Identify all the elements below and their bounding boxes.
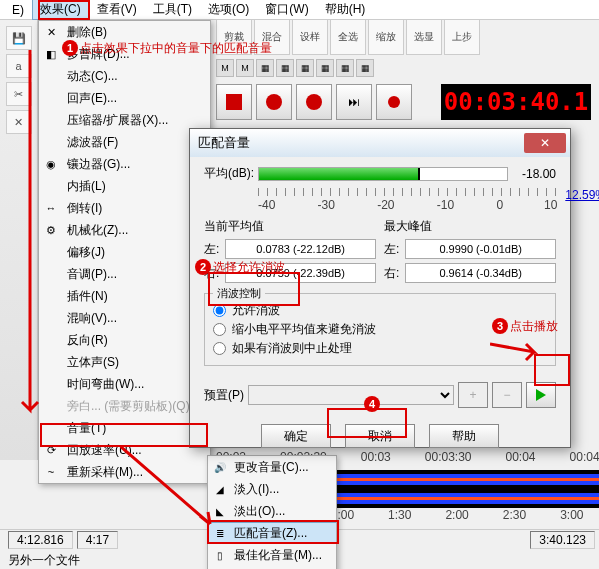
radio-allow-clip[interactable]: 允许消波 [213,302,547,319]
dropdown-item[interactable]: 滤波器(F)▸ [39,131,210,153]
bigbtn-3[interactable]: 全选 [330,19,366,55]
dropdown-item[interactable]: 混响(V)... [39,307,210,329]
annotation-1: 1点击效果下拉中的音量下的匹配音量 [62,40,272,57]
status-duration: 4:17 [77,531,118,549]
bigbtn-4[interactable]: 缩放 [368,19,404,55]
si-4[interactable]: ▦ [276,59,294,77]
arrow-2 [120,446,220,531]
submenu-item[interactable]: ◣淡出(O)... [208,500,336,522]
menu-icon [43,134,59,150]
menu-icon: ✕ [43,24,59,40]
bigbtn-5[interactable]: 选显 [406,19,442,55]
preset-select[interactable] [248,385,454,405]
avg-db-label: 平均(dB): [204,165,254,182]
menu-icon [43,288,59,304]
si-8[interactable]: ▦ [356,59,374,77]
menu-tools[interactable]: 工具(T) [145,0,200,20]
annotation-3: 3点击播放 [492,318,558,335]
bigbtn-6[interactable]: 上步 [444,19,480,55]
dropdown-item[interactable]: 时间弯曲(W)... [39,373,210,395]
dialog-titlebar[interactable]: 匹配音量 ✕ [190,129,570,157]
bigbtn-2[interactable]: 设样 [292,19,328,55]
menu-icon [43,244,59,260]
menu-icon [43,376,59,392]
end-button[interactable]: ⏭ [336,84,372,120]
menu-icon [43,420,59,436]
preset-add-button[interactable]: + [458,382,488,408]
status-position: 4:12.816 [8,531,73,549]
dropdown-item[interactable]: ⚙机械化(Z)... [39,219,210,241]
dropdown-item[interactable]: 回声(E)... [39,87,210,109]
effects-dropdown: ✕删除(B)◧多曹牌(D)...动态(C)...回声(E)...压缩器/扩展器(… [38,20,211,484]
menu-icon: ⟳ [43,442,59,458]
dropdown-item[interactable]: 插件(N)▸ [39,285,210,307]
dropdown-item: 旁白... (需要剪贴板)(Q) [39,395,210,417]
menu-icon: ↔ [43,200,59,216]
peak-right-value: 0.9614 (-0.34dB) [405,263,556,283]
annotation-4-badge: 4 [364,396,382,412]
menu-icon [43,398,59,414]
submenu-item[interactable]: ≣匹配音量(Z)... [208,522,336,544]
dropdown-item[interactable]: 音调(P)... [39,263,210,285]
dropdown-item[interactable]: 反向(R) [39,329,210,351]
transport-bar: ⏭ 00:03:40.1 [212,80,599,124]
dropdown-item[interactable]: 立体声(S)▸ [39,351,210,373]
menu-icon [43,266,59,282]
toolbar-area: 剪裁 混合 设样 全选 缩放 选显 上步 MM▦▦▦▦▦▦ ⏭ 00:03:40… [212,56,599,126]
timecode-display: 00:03:40.1 [441,84,591,120]
arrow-1 [16,50,44,440]
max-peak-heading: 最大峰值 [384,218,556,235]
menu-icon [43,178,59,194]
menu-icon: ⚙ [43,222,59,238]
dropdown-item[interactable]: ↔倒转(I) [39,197,210,219]
tool-save[interactable]: 💾 [6,26,32,50]
si-3[interactable]: ▦ [256,59,274,77]
menu-icon [43,354,59,370]
si-6[interactable]: ▦ [316,59,334,77]
help-button[interactable]: 帮助 [429,424,499,448]
menu-effects[interactable]: 效果(C) [32,0,89,20]
annotation-2: 2选择允许消波 [195,259,285,276]
cancel-button[interactable]: 取消 [345,424,415,448]
status-selection: 3:40.123 [530,531,595,549]
si-1[interactable]: M [216,59,234,77]
menu-icon [43,332,59,348]
si-2[interactable]: M [236,59,254,77]
dropdown-item[interactable]: 动态(C)... [39,65,210,87]
play-preview-button[interactable] [526,382,556,408]
preset-remove-button[interactable]: − [492,382,522,408]
dropdown-item[interactable]: ◉镶边器(G)... [39,153,210,175]
submenu-item[interactable]: 🔊更改音量(C)... [208,456,336,478]
group-legend: 消波控制 [213,286,265,301]
menu-icon: ▯ [212,547,228,563]
menu-window[interactable]: 窗口(W) [257,0,316,20]
menu-help[interactable]: 帮助(H) [317,0,374,20]
status-footer: 另外一个文件 [8,552,80,569]
preset-label: 预置(P) [204,387,244,404]
close-icon[interactable]: ✕ [524,133,566,153]
menu-view[interactable]: 查看(V) [89,0,145,20]
percent-link[interactable]: 12.59% [565,188,599,202]
arrow-3 [490,334,550,364]
si-5[interactable]: ▦ [296,59,314,77]
submenu-item[interactable]: ▯最佳化音量(M)... [208,544,336,566]
dropdown-item[interactable]: 压缩器/扩展器(X)... [39,109,210,131]
ok-button[interactable]: 确定 [261,424,331,448]
cur-left-value: 0.0783 (-22.12dB) [225,239,376,259]
avg-db-value: -18.00 [522,167,556,181]
menu-icon [43,68,59,84]
stop-button[interactable] [216,84,252,120]
avg-slider[interactable] [258,167,508,181]
rec3-button[interactable] [376,84,412,120]
si-7[interactable]: ▦ [336,59,354,77]
volume-submenu: 🔊更改音量(C)...◢淡入(I)...◣淡出(O)...≣匹配音量(Z)...… [207,455,337,569]
dropdown-item[interactable]: 音量(T)▸ [39,417,210,439]
record-button[interactable] [256,84,292,120]
menu-file[interactable]: E) [4,1,32,19]
dropdown-item[interactable]: 偏移(J)▸ [39,241,210,263]
record2-button[interactable] [296,84,332,120]
menu-icon: ~ [43,464,59,480]
menu-options[interactable]: 选项(O) [200,0,257,20]
dropdown-item[interactable]: 内插(L) [39,175,210,197]
submenu-item[interactable]: ◢淡入(I)... [208,478,336,500]
